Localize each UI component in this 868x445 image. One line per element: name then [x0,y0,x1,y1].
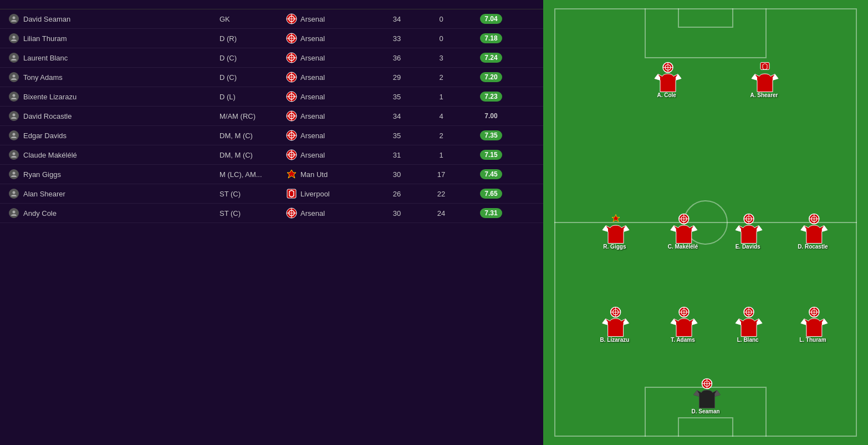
player-position: DM, M (C) [219,151,286,159]
svg-point-30 [13,133,16,136]
table-row[interactable]: Andy Cole ST (C) Arsenal 30 24 7.31 [0,204,543,223]
pitch-player-thuram[interactable]: L. Thuram [799,307,826,343]
player-position: D (C) [219,54,286,62]
player-apps: 30 [375,209,419,218]
player-position: ST (C) [219,209,286,218]
pitch-player-makelele[interactable]: C. Makélélé [668,214,698,250]
pitch-player-rocastle[interactable]: D. Rocastle [798,214,828,250]
player-club: Arsenal [286,149,375,160]
player-name-cell: Lilian Thuram [9,33,219,43]
pitch-panel: D. Seaman L. Thuram [543,0,868,445]
svg-point-10 [13,55,16,58]
club-badge-icon [286,91,297,102]
pitch-player-giggs[interactable]: R. Giggs [601,214,628,250]
player-name: Bixente Lizarazu [23,93,76,101]
pitch-player-adams[interactable]: T. Adams [670,307,696,343]
player-avatar [9,208,19,218]
svg-point-25 [13,114,16,117]
shirt-icon [601,214,628,242]
player-apps: 33 [375,34,419,43]
player-rating: 7.18 [463,33,519,43]
player-club: Arsenal [286,110,375,122]
player-name: Tony Adams [23,73,63,82]
table-row[interactable]: Claude Makélélé DM, M (C) Arsenal 31 1 7… [0,145,543,165]
svg-point-0 [13,17,16,19]
player-avatar [9,72,19,82]
club-badge-icon [286,52,297,63]
shirt-icon [734,307,761,336]
svg-point-15 [13,75,16,78]
table-row[interactable]: Tony Adams D (C) Arsenal 29 2 7.20 [0,68,543,87]
shirt-icon [653,62,680,91]
club-name: Arsenal [300,34,325,43]
player-rating: 7.31 [463,208,519,218]
player-goals: 0 [419,34,463,43]
player-name-cell: Edgar Davids [9,130,219,140]
svg-point-20 [13,94,16,97]
player-goals: 3 [419,54,463,62]
player-apps: 29 [375,73,419,82]
player-name-cell: Laurent Blanc [9,53,219,63]
player-rating: 7.23 [463,92,519,102]
table-row[interactable]: Edgar Davids DM, M (C) Arsenal 35 2 7.35 [0,126,543,145]
shirt-icon [799,214,826,242]
player-club: Man Utd [286,169,375,180]
pitch-player-davids[interactable]: E. Davids [734,214,761,250]
club-badge-icon [286,33,297,44]
player-apps: 35 [375,132,419,140]
player-name-cell: Tony Adams [9,72,219,82]
player-name: Andy Cole [23,209,57,218]
rating-badge: 7.04 [480,14,502,24]
player-goals: 1 [419,151,463,159]
rating-badge: 7.23 [480,92,502,102]
player-apps: 36 [375,54,419,62]
player-club: Liverpool [286,188,375,199]
player-name: Ryan Giggs [23,170,61,179]
rating-badge: 7.15 [480,150,502,160]
club-badge-icon [286,149,297,160]
shirt-icon [734,214,761,242]
player-name: Lilian Thuram [23,34,67,43]
player-club: Arsenal [286,130,375,141]
svg-point-35 [13,153,16,155]
table-row[interactable]: David Rocastle M/AM (RC) Arsenal 34 4 7.… [0,107,543,126]
player-name: David Rocastle [23,112,72,120]
player-apps: 26 [375,190,419,198]
player-position: DM, M (C) [219,132,286,140]
club-badge-icon [286,110,297,122]
table-row[interactable]: Alan Shearer ST (C) Liverpool 26 22 7.65 [0,184,543,204]
club-badge-icon [286,72,297,83]
club-badge-icon [286,188,297,199]
club-name: Arsenal [300,73,325,82]
club-name: Liverpool [300,190,330,198]
club-name: Man Utd [300,170,328,179]
player-position: M (LC), AM... [219,170,286,179]
pitch-player-blanc[interactable]: L. Blanc [734,307,761,343]
table-row[interactable]: Bixente Lizarazu D (L) Arsenal 35 1 7.23 [0,87,543,107]
player-name: David Seaman [23,15,70,23]
club-badge-icon [286,130,297,141]
shirt-icon [670,214,696,242]
pitch-player-cole[interactable]: A. Cole [653,62,680,98]
player-apps: 34 [375,15,419,23]
svg-point-43 [13,211,16,214]
rating-badge: 7.24 [480,53,502,63]
shirt-icon [670,307,696,336]
pitch-player-lizarazu[interactable]: B. Lizarazu [600,307,630,343]
table-row[interactable]: David Seaman GK Arsenal 34 0 7.04 [0,9,543,29]
table-row[interactable]: Laurent Blanc D (C) Arsenal 36 3 7.24 [0,48,543,68]
player-name-cell: Alan Shearer [9,189,219,199]
table-row[interactable]: Lilian Thuram D (R) Arsenal 33 0 7.18 [0,29,543,48]
player-goals: 17 [419,170,463,179]
goal-box-top [678,8,733,28]
pitch-player-seaman[interactable]: D. Seaman [691,378,719,414]
player-goals: 2 [419,73,463,82]
player-name-cell: Claude Makélélé [9,150,219,160]
pitch-player-shearer[interactable]: A. Shearer [750,62,778,98]
player-rating: 7.65 [463,189,519,199]
player-name-cell: David Seaman [9,14,219,24]
player-name: Alan Shearer [23,190,65,198]
player-name-cell: Andy Cole [9,208,219,218]
table-row[interactable]: Ryan Giggs M (LC), AM... Man Utd 30 17 7… [0,165,543,184]
club-name: Arsenal [300,209,325,218]
